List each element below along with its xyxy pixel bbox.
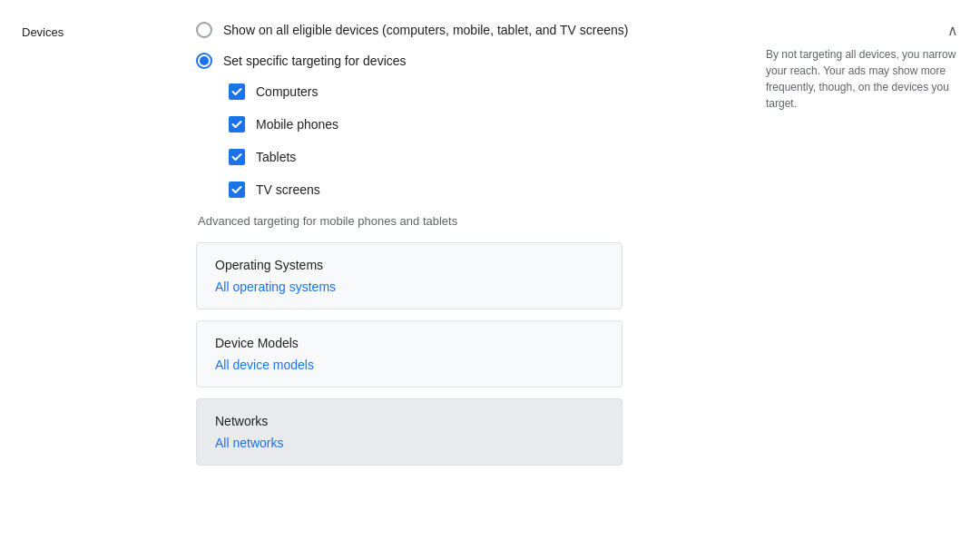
radio-label-all-eligible: Show on all eligible devices (computers,… <box>223 23 628 37</box>
info-panel: ∧ By not targeting all devices, you narr… <box>744 18 980 541</box>
section-label: Devices <box>0 18 181 541</box>
radio-specific-targeting[interactable]: Set specific targeting for devices <box>196 53 730 69</box>
checkbox-tablets[interactable]: Tablets <box>229 149 730 165</box>
card-title-os: Operating Systems <box>215 258 603 272</box>
card-device-models: Device Models All device models <box>196 320 622 387</box>
card-link-models[interactable]: All device models <box>215 358 314 372</box>
checkbox-label-computers: Computers <box>256 84 318 99</box>
checkbox-label-tv: TV screens <box>256 182 320 197</box>
checkbox-box-mobile <box>229 116 245 132</box>
card-link-networks[interactable]: All networks <box>215 436 283 450</box>
card-networks: Networks All networks <box>196 398 622 466</box>
device-checkboxes: Computers Mobile phones Tablets <box>229 83 730 198</box>
devices-label: Devices <box>22 25 64 39</box>
checkbox-label-tablets: Tablets <box>256 150 296 164</box>
info-panel-header: ∧ <box>766 22 958 39</box>
card-title-models: Device Models <box>215 336 603 350</box>
main-content: Show on all eligible devices (computers,… <box>181 18 744 541</box>
card-title-networks: Networks <box>215 414 603 428</box>
radio-all-eligible[interactable]: Show on all eligible devices (computers,… <box>196 22 730 38</box>
card-link-os[interactable]: All operating systems <box>215 280 336 294</box>
radio-circle-specific <box>196 53 212 69</box>
advanced-targeting-label: Advanced targeting for mobile phones and… <box>198 214 730 228</box>
checkbox-mobile-phones[interactable]: Mobile phones <box>229 116 730 132</box>
checkbox-box-computers <box>229 83 245 100</box>
radio-label-specific: Set specific targeting for devices <box>223 54 407 68</box>
checkbox-computers[interactable]: Computers <box>229 83 730 100</box>
radio-circle-all-eligible <box>196 22 212 38</box>
checkbox-tv-screens[interactable]: TV screens <box>229 181 730 198</box>
card-operating-systems: Operating Systems All operating systems <box>196 242 622 309</box>
page-container: Devices Show on all eligible devices (co… <box>0 0 980 559</box>
info-panel-text: By not targeting all devices, you narrow… <box>766 46 958 112</box>
collapse-icon[interactable]: ∧ <box>947 22 958 39</box>
checkbox-label-mobile: Mobile phones <box>256 117 338 132</box>
checkbox-box-tablets <box>229 149 245 165</box>
checkbox-box-tv <box>229 181 245 198</box>
